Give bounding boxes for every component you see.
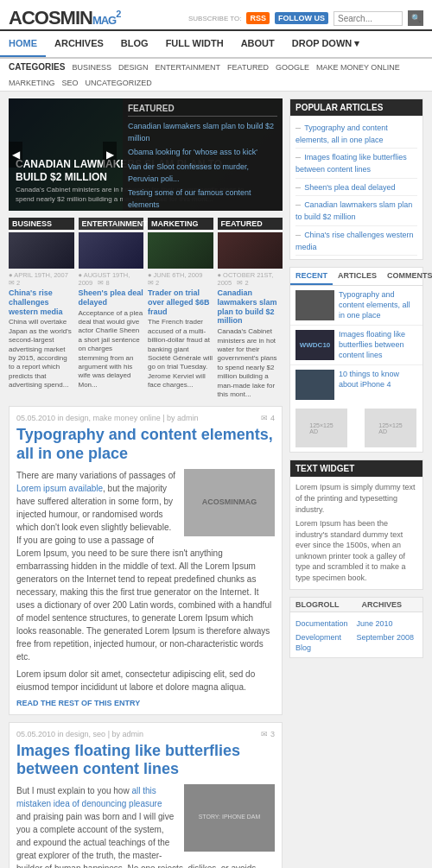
nav-item-blog[interactable]: BLOG [112,31,157,57]
categories-label: CATEGORIES [9,62,65,72]
featured2-title[interactable]: Canadian lawmakers slam plan to build $2… [218,288,283,326]
blogroll-list: Documentation Development Blog [295,616,357,654]
archives-item-2[interactable]: September 2008 [357,630,418,643]
cat-entertainment[interactable]: ENTERTAINMENT [155,63,220,72]
entertainment-section: ENTERTAINMENT ● AUGUST 19TH, 2009 ✉ 8 Sh… [79,218,144,399]
post2-date: 05.05.2010 [16,730,55,738]
post1-cat-mmo[interactable]: make money online [93,414,161,422]
blog-post-2: 05.05.2010 in design, seo | by admin ✉ 3… [9,722,283,869]
post2-comments[interactable]: ✉ 3 [261,730,275,738]
post1-read-more[interactable]: READ THE REST OF THIS ENTRY [16,699,275,707]
tab-article-3-thumb [295,370,334,400]
blogroll-item-1[interactable]: Documentation [295,616,357,630]
search-input[interactable] [334,11,403,26]
cat-seo[interactable]: SEO [62,79,79,87]
cat-google[interactable]: GOOGLE [276,63,309,72]
cat-featured[interactable]: FEATURED [227,63,269,72]
post2-cat-design[interactable]: design [66,730,89,738]
popular-item-1[interactable]: Typography and content elements, all in … [295,119,417,149]
tab-article-1-thumb [295,290,334,320]
tab-article-2-text: Images floating like butterflies between… [339,330,417,360]
placeholder-row: 125×125AD 125×125AD [290,404,422,452]
blogroll-item-2[interactable]: Development Blog [295,630,357,654]
post2-title[interactable]: Images floating like butterflies between… [16,742,275,779]
search-icon[interactable]: 🔍 [408,10,423,26]
business-title[interactable]: China's rise challenges western media [9,288,74,316]
popular-item-4[interactable]: Canadian lawmakers slam plan to build $2… [295,196,417,225]
placeholder-2: 125×125AD [365,409,416,447]
cat-design[interactable]: DESIGN [118,63,149,72]
cat-uncategorized[interactable]: UNCATEGORIZED [86,79,152,87]
nav-list: HOME ARCHIVES BLOG FULL WIDTH ABOUT DROP… [0,31,432,57]
featured-box: FEATURED Canadian lawmakers slam plan to… [123,98,283,211]
nav-item-archives[interactable]: ARCHIVES [46,31,112,57]
text-widget-body: Lorem Ipsum is simply dummy text of the … [290,477,422,588]
blogroll-header: BLOGROLL [290,598,357,612]
business-header: BUSINESS [9,218,74,230]
nav-item-about[interactable]: ABOUT [232,31,283,57]
entertainment-title[interactable]: Sheen's plea deal delayed [79,288,144,307]
blogroll-archives-headers: BLOGROLL ARCHIVES [290,598,422,612]
logo[interactable]: ACOSMINMAG2 [9,7,120,29]
post2-author[interactable]: admin [122,730,143,738]
business-meta: ● APRIL 19TH, 2007 ✉ 2 [9,271,74,287]
post1-cat-design[interactable]: design [66,414,89,422]
post2-link[interactable]: all this mistaken idea of denouncing ple… [16,786,162,808]
blog-post-1: 05.05.2010 in design, make money online … [9,406,283,714]
cat-business[interactable]: BUSINESS [72,63,111,72]
placeholder-spacer [352,409,360,447]
hero-arrow-left[interactable]: ◀ [9,142,22,168]
popular-item-2[interactable]: Images floating like butterflies between… [295,149,417,178]
blogroll-archives-widget: BLOGROLL ARCHIVES Documentation Developm… [289,597,423,658]
post1-text2: Lorem ipsum dolor sit amet, consectetur … [16,668,275,694]
post1-link[interactable]: Lorem ipsum available [16,484,103,493]
tab-article-3: 10 things to know about iPhone 4 [290,365,422,404]
text-widget-content: Lorem Ipsum has been the industry's stan… [295,518,417,584]
post1-author[interactable]: admin [177,414,199,422]
popular-item-5[interactable]: China's rise challenges western media [295,226,417,256]
business-section: BUSINESS ● APRIL 19TH, 2007 ✉ 2 China's … [9,218,74,399]
rss-button[interactable]: RSS [246,12,270,24]
cat-marketing[interactable]: MARKETING [9,79,55,87]
follow-button[interactable]: FOLLOW US [275,12,328,24]
post1-image: ACOSMINMAG [184,469,275,536]
post1-body: ACOSMINMAG There are many variations of … [16,469,275,694]
tab-article-2-link[interactable]: Images floating like butterflies between… [339,330,417,360]
hero-arrow-right[interactable]: ▶ [103,142,117,168]
post2-cat-seo[interactable]: seo [93,730,106,738]
tab-recent[interactable]: RECENT [290,268,333,285]
text-widget-intro: Lorem Ipsum is simply dummy text of the … [295,482,417,515]
featured2-meta: ● OCTOBER 21ST, 2005 ✉ 2 [218,271,283,287]
tab-article-1: Typography and content elements, all in … [290,286,422,326]
featured-item-1[interactable]: Canadian lawmakers slam plan to build $2… [128,120,277,143]
tab-article-3-link[interactable]: 10 things to know about iPhone 4 [339,370,417,390]
tab-comments[interactable]: COMMENTS [382,268,432,285]
featured-item-3[interactable]: Van der Sloot confesses to murder, Peruv… [128,161,277,184]
tab-articles[interactable]: ARTICLES [333,268,382,285]
featured-item-4[interactable]: Testing some of our famous content eleme… [128,187,277,210]
post1-title[interactable]: Typography and content elements, all in … [16,426,275,463]
featured2-thumb [218,232,283,269]
featured-list: Canadian lawmakers slam plan to build $2… [128,120,277,211]
popular-item-3[interactable]: Sheen's plea deal delayed [295,179,417,197]
subscribe-label: SUBSCRIBE TO: [188,15,242,22]
post2-body: STORY: IPHONE DAM But I must explain to … [16,784,275,868]
header-right: SUBSCRIBE TO: RSS FOLLOW US 🔍 [188,10,423,26]
entertainment-header: ENTERTAINMENT [79,218,144,230]
featured-item-2[interactable]: Obama looking for 'whose ass to kick' [128,146,277,158]
marketing-text: The French trader accused of a multi-bil… [148,318,213,390]
marketing-title[interactable]: Trader on trial over alleged $6B fraud [148,288,213,316]
nav-item-home[interactable]: HOME [0,31,46,57]
cat-make-money[interactable]: MAKE MONEY ONLINE [316,63,400,72]
post1-comments[interactable]: ✉ 4 [261,414,275,422]
tab-article-3-text: 10 things to know about iPhone 4 [339,370,417,400]
archives-item-1[interactable]: June 2010 [357,616,418,630]
sidebar-tabs: RECENT ARTICLES COMMENTS ⊞ [290,268,422,286]
post1-meta: 05.05.2010 in design, make money online … [16,414,275,422]
post2-meta: 05.05.2010 in design, seo | by admin ✉ 3 [16,730,275,738]
tab-article-1-link[interactable]: Typography and content elements, all in … [339,290,417,320]
entertainment-meta: ● AUGUST 19TH, 2009 ✉ 8 [79,271,144,287]
marketing-section: MARKETING ● JUNE 6TH, 2009 ✉ 2 Trader on… [148,218,213,399]
nav-item-dropdown[interactable]: DROP DOWN ▾ [283,31,369,57]
nav-item-fullwidth[interactable]: FULL WIDTH [157,31,232,57]
